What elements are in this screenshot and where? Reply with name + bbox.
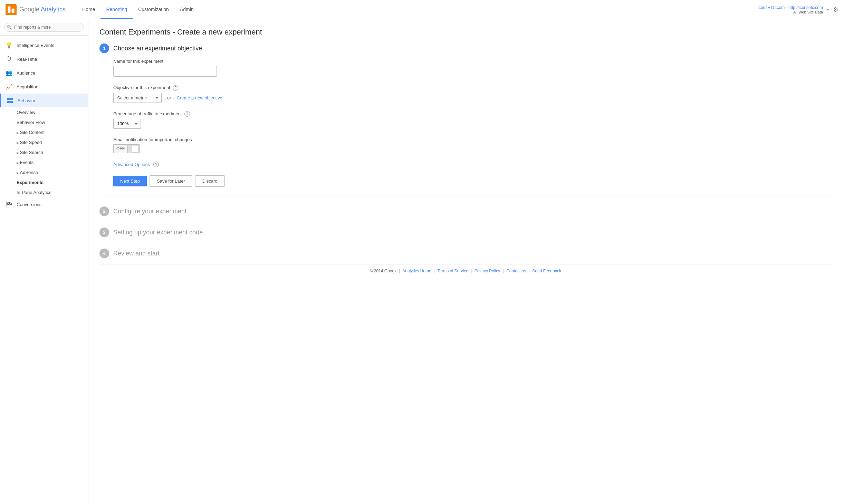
traffic-percentage-dropdown[interactable]: 100% 75% 50% 25% 10% — [113, 119, 141, 129]
account-name: iconsETC.com - http://iconsetc.com — [758, 5, 823, 10]
step-4-badge: 4 — [99, 249, 109, 258]
nav-admin[interactable]: Admin — [174, 0, 199, 19]
logo-text: Google Analytics — [19, 6, 66, 13]
sidebar-item-conversions[interactable]: 🏁 Conversions — [0, 197, 88, 211]
step-4-container: 4 Review and start — [99, 243, 833, 264]
experiment-name-label: Name for this experiment — [113, 59, 833, 64]
email-toggle-group: OFF — [113, 144, 833, 153]
traffic-group: Percentage of traffic to experiment ? 10… — [113, 111, 833, 129]
svg-rect-6 — [10, 101, 13, 103]
main-nav: Home Reporting Customization Admin — [77, 0, 758, 19]
intelligence-events-icon: 💡 — [6, 42, 12, 49]
sidebar-item-audience[interactable]: 👥 Audience — [0, 66, 88, 80]
select-metric-dropdown[interactable]: Select a metric — [113, 93, 162, 103]
sidebar-sub-behavior-flow[interactable]: Behavior Flow — [0, 117, 88, 127]
footer-copyright: © 2014 Google — [370, 269, 398, 273]
sidebar-item-label: Intelligence Events — [17, 43, 54, 48]
footer: © 2014 Google | Analytics Home | Terms o… — [99, 264, 833, 278]
sidebar-item-label: Conversions — [17, 202, 41, 207]
objective-help-icon[interactable]: ? — [173, 85, 178, 91]
advanced-help-icon[interactable]: ? — [153, 162, 159, 167]
sidebar-sub-site-speed[interactable]: Site Speed — [0, 137, 88, 147]
app-layout: 🔍 💡 Intelligence Events ⏱ Real-Time 👥 Au… — [0, 19, 844, 504]
sidebar-item-behavior[interactable]: Behavior — [0, 94, 88, 107]
sidebar-item-acquisition[interactable]: 📈 Acquisition — [0, 80, 88, 94]
or-separator: - or - — [164, 95, 174, 100]
experiment-name-group: Name for this experiment — [113, 59, 833, 77]
footer-link-privacy[interactable]: Privacy Policy — [474, 269, 500, 273]
svg-rect-1 — [8, 6, 10, 13]
advanced-options-link[interactable]: Advanced Options — [113, 162, 150, 167]
sidebar-item-intelligence-events[interactable]: 💡 Intelligence Events — [0, 38, 88, 52]
ga-logo-icon — [6, 4, 17, 15]
next-step-button[interactable]: Next Step — [113, 176, 147, 186]
search-input[interactable] — [4, 23, 84, 32]
email-notification-group: Email notification for important changes… — [113, 137, 833, 153]
step-1-title: Choose an experiment objective — [113, 45, 202, 52]
footer-link-terms[interactable]: Terms of Service — [438, 269, 468, 273]
conversions-icon: 🏁 — [6, 201, 12, 208]
svg-rect-2 — [12, 8, 15, 13]
real-time-icon: ⏱ — [6, 56, 12, 62]
nav-home[interactable]: Home — [77, 0, 100, 19]
discard-button[interactable]: Discard — [195, 175, 225, 187]
step-1-header: 1 Choose an experiment objective — [99, 43, 833, 53]
svg-rect-5 — [7, 101, 10, 103]
step-2-container: 2 Configure your experiment — [99, 201, 833, 222]
header-right: iconsETC.com - http://iconsetc.com All W… — [758, 5, 838, 14]
sidebar-sub-site-content[interactable]: Site Content — [0, 127, 88, 137]
nav-customization[interactable]: Customization — [133, 0, 174, 19]
email-toggle-slider[interactable] — [127, 144, 140, 153]
step-2-badge: 2 — [99, 206, 109, 216]
svg-rect-3 — [7, 98, 10, 100]
logo: Google Analytics — [6, 4, 66, 15]
svg-rect-0 — [6, 4, 17, 15]
sidebar-item-real-time[interactable]: ⏱ Real-Time — [0, 52, 88, 66]
sidebar-item-label: Real-Time — [17, 57, 37, 62]
sidebar-sub-adsense[interactable]: AdSense — [0, 167, 88, 177]
footer-link-contact[interactable]: Contact us — [506, 269, 526, 273]
account-info: iconsETC.com - http://iconsetc.com All W… — [758, 5, 823, 14]
account-dropdown-arrow[interactable]: ▾ — [827, 8, 829, 11]
sidebar-sub-site-search[interactable]: Site Search — [0, 147, 88, 157]
objective-label: Objective for this experiment ? — [113, 85, 833, 91]
search-icon: 🔍 — [7, 25, 12, 30]
save-for-later-button[interactable]: Save for Later — [150, 175, 192, 187]
settings-icon[interactable]: ⚙ — [833, 6, 838, 13]
traffic-label: Percentage of traffic to experiment ? — [113, 111, 833, 117]
traffic-help-icon[interactable]: ? — [184, 111, 190, 117]
sidebar-behavior-sub: Overview Behavior Flow Site Content Site… — [0, 107, 88, 197]
audience-icon: 👥 — [6, 69, 12, 76]
sidebar-item-label: Acquisition — [17, 84, 38, 89]
create-objective-link[interactable]: Create a new objective — [176, 95, 222, 100]
sidebar-sub-inpage-analytics[interactable]: In-Page Analytics — [0, 187, 88, 197]
objective-row: Select a metric - or - Create a new obje… — [113, 93, 833, 103]
sidebar-nav: 💡 Intelligence Events ⏱ Real-Time 👥 Audi… — [0, 36, 88, 214]
step-3-title: Setting up your experiment code — [113, 229, 203, 236]
step-4-title: Review and start — [113, 250, 160, 257]
objective-group: Objective for this experiment ? Select a… — [113, 85, 833, 103]
sidebar: 🔍 💡 Intelligence Events ⏱ Real-Time 👥 Au… — [0, 19, 88, 504]
behavior-icon — [7, 97, 13, 104]
experiment-name-input[interactable] — [113, 66, 217, 77]
svg-rect-4 — [10, 98, 13, 100]
sidebar-sub-experiments[interactable]: Experiments — [0, 177, 88, 187]
footer-link-analytics-home[interactable]: Analytics Home — [402, 269, 431, 273]
sidebar-sub-events[interactable]: Events — [0, 157, 88, 167]
advanced-options-row: Advanced Options ? — [113, 162, 833, 167]
step-1-container: 1 Choose an experiment objective Name fo… — [99, 43, 833, 195]
sidebar-item-label: Behavior — [18, 98, 35, 103]
account-sub: All Web Site Data — [758, 10, 823, 14]
page-title: Content Experiments - Create a new exper… — [99, 28, 833, 37]
email-notification-label: Email notification for important changes — [113, 137, 833, 142]
step-1-badge: 1 — [99, 43, 109, 53]
footer-link-feedback[interactable]: Send Feedback — [532, 269, 561, 273]
main-content: Content Experiments - Create a new exper… — [88, 19, 844, 504]
sidebar-search-area: 🔍 — [0, 19, 88, 36]
nav-reporting[interactable]: Reporting — [100, 0, 133, 19]
action-buttons: Next Step Save for Later Discard — [113, 175, 833, 187]
toggle-off-label: OFF — [113, 144, 127, 153]
step-1-body: Name for this experiment Objective for t… — [99, 59, 833, 195]
sidebar-sub-overview[interactable]: Overview — [0, 107, 88, 117]
step-2-title: Configure your experiment — [113, 208, 186, 215]
